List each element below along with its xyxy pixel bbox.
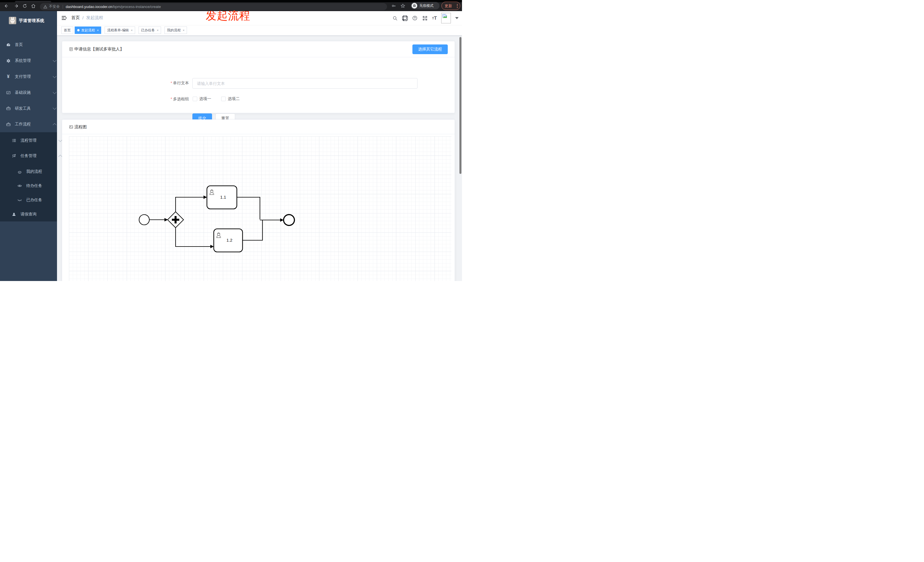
end-event[interactable] [284, 214, 294, 225]
sidebar-item-label: 基础设施 [15, 90, 31, 95]
breadcrumb-separator: / [82, 15, 84, 20]
apply-info-card-header: 申请信息【测试多审批人】 选择其它流程 [62, 41, 454, 57]
browser-home-button[interactable] [31, 3, 36, 9]
page-scrollbar[interactable] [459, 37, 461, 174]
sidebar-item-todo-tasks[interactable]: 待办任务 [0, 179, 74, 193]
tab-start-process[interactable]: 发起流程 × [75, 27, 101, 34]
not-secure-warning-icon [44, 5, 47, 9]
face-icon [17, 169, 22, 174]
sidebar-item-label: 我的流程 [26, 169, 42, 174]
sidebar-item-workflow[interactable]: 工作流程 [0, 116, 63, 132]
search-icon[interactable] [392, 15, 398, 21]
sidebar-item-devtools[interactable]: 研发工具 [0, 100, 63, 116]
sidebar-item-label: 研发工具 [15, 106, 31, 111]
chevron-down-icon [58, 138, 62, 142]
flow-node-icon [11, 154, 16, 158]
sidebar-item-leave-query[interactable]: 请假查询 [0, 207, 68, 222]
avatar[interactable] [441, 13, 451, 23]
browser-tab-hint[interactable] [15, 1, 51, 2]
image-icon [69, 125, 73, 129]
gear-icon [6, 58, 11, 63]
chevron-down-icon [53, 58, 56, 62]
close-tab-icon[interactable]: × [183, 29, 184, 32]
tab-my-process[interactable]: 我的流程 × [165, 27, 187, 34]
breadcrumb-home[interactable]: 首页 [71, 15, 80, 21]
diagram-title: 流程图 [74, 124, 87, 130]
url-path: /bpm/process-instance/create [112, 4, 161, 9]
user-task-1[interactable]: 1.1 [207, 186, 237, 209]
sidebar-item-label: 工作流程 [15, 122, 31, 127]
required-asterisk: * [171, 97, 172, 101]
flow-gateway-to-task2 [176, 228, 212, 247]
avatar-dropdown-caret[interactable] [455, 17, 459, 19]
start-event[interactable] [139, 214, 149, 225]
breadcrumb: 首页 / 发起流程 [71, 15, 103, 21]
password-key-icon[interactable] [391, 3, 396, 8]
sidebar-item-label: 流程管理 [21, 138, 36, 143]
close-tab-icon[interactable]: × [97, 29, 99, 32]
user-task-2[interactable]: 1.2 [214, 229, 243, 252]
browser-back-button[interactable] [3, 3, 9, 9]
flow-gateway-to-task1 [176, 197, 205, 212]
sidebar-item-task-mgmt[interactable]: 任务管理 [0, 148, 68, 163]
close-tab-icon[interactable]: × [157, 29, 159, 32]
choose-other-process-button[interactable]: 选择其它流程 [412, 45, 448, 54]
tab-process-form-edit[interactable]: 流程表单-编辑 × [105, 27, 135, 34]
main-content: 申请信息【测试多审批人】 选择其它流程 *单行文本 *多选框组 选项一 选项二 … [57, 35, 462, 281]
tab-done-tasks[interactable]: 已办任务 × [138, 27, 161, 34]
browser-forward-button[interactable] [14, 3, 20, 9]
sidebar-item-my-process[interactable]: 我的流程 [0, 165, 74, 179]
checkbox-option-2-label[interactable]: 选项二 [228, 96, 240, 102]
browser-refresh-button[interactable] [22, 3, 27, 9]
apply-info-title: 申请信息【测试多审批人】 [74, 46, 124, 52]
single-line-text-input[interactable] [192, 78, 417, 88]
sidebar-item-home[interactable]: 首页 [0, 37, 63, 53]
sidebar-item-process-mgmt[interactable]: 流程管理 [0, 133, 68, 148]
sidebar-item-system[interactable]: 系统管理 [0, 53, 63, 69]
sidebar-item-payment[interactable]: ¥ 支付管理 [0, 69, 63, 85]
sidebar-item-label: 请假查询 [21, 212, 36, 217]
process-diagram-card-header: 流程图 [62, 120, 454, 134]
browser-update-button[interactable]: 更新 [441, 2, 460, 10]
github-icon[interactable] [402, 15, 408, 21]
chevron-down-icon [53, 106, 56, 110]
chevron-down-icon [53, 74, 56, 78]
active-tab-dot [77, 29, 80, 31]
toolbox-icon [6, 106, 11, 111]
checkbox-option-2[interactable] [221, 97, 226, 101]
sidebar-item-label: 首页 [15, 42, 23, 47]
app-header: 首页 / 发起流程 TT [57, 11, 462, 25]
sidebar-item-infra[interactable]: 基础设施 [0, 85, 63, 100]
dashboard-icon [6, 42, 11, 47]
eye-closed-icon [17, 198, 22, 202]
required-asterisk: * [171, 81, 172, 85]
logo-image [9, 17, 16, 24]
help-icon[interactable] [412, 15, 418, 21]
sidebar-item-label: 待办任务 [26, 183, 42, 188]
fullscreen-icon[interactable] [422, 15, 428, 21]
tab-strip [0, 0, 462, 2]
app-logo-row[interactable]: 芋道管理系统 [0, 14, 57, 30]
bpmn-canvas[interactable]: 1.1 1.2 [69, 136, 452, 281]
incognito-label: 无痕模式 [419, 3, 434, 8]
flow-task1-out [237, 197, 260, 219]
update-label: 更新 [445, 3, 452, 9]
sidebar-collapse-icon[interactable] [61, 15, 67, 21]
checkbox-option-1-label[interactable]: 选项一 [199, 96, 211, 102]
tags-view-bar: 首页 发起流程 × 流程表单-编辑 × 已办任务 × 我的流程 × [57, 25, 462, 36]
yen-icon: ¥ [7, 74, 10, 79]
close-tab-icon[interactable]: × [131, 29, 132, 32]
apply-info-title-wrap: 申请信息【测试多审批人】 [69, 46, 124, 52]
parallel-gateway[interactable] [168, 212, 183, 228]
sidebar-item-done-tasks[interactable]: 已办任务 [0, 193, 74, 207]
url-divider [63, 5, 63, 9]
bookmark-star-icon[interactable] [400, 3, 405, 8]
tab-home[interactable]: 首页 [61, 27, 73, 34]
checkbox-group-label: *多选框组 [143, 97, 189, 102]
browser-menu-icon[interactable] [457, 4, 458, 8]
infrastructure-icon [6, 90, 11, 95]
font-size-icon[interactable]: TT [432, 16, 437, 21]
url-host: dashboard.yudao.iocoder.cn [66, 4, 112, 9]
checkbox-option-1[interactable] [193, 97, 197, 101]
breadcrumb-current: 发起流程 [86, 15, 103, 21]
